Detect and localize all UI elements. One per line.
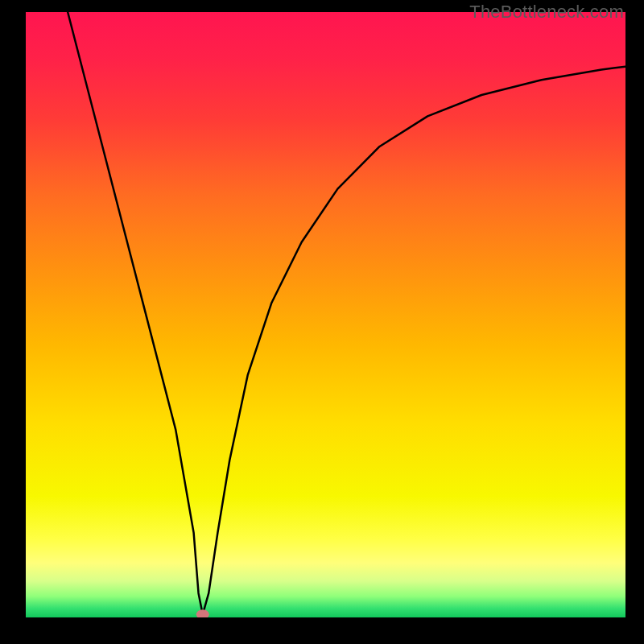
chart-svg (26, 12, 625, 617)
watermark-text: TheBottleneck.com (469, 2, 624, 23)
chart-background (26, 12, 625, 617)
chart-frame (26, 12, 625, 617)
